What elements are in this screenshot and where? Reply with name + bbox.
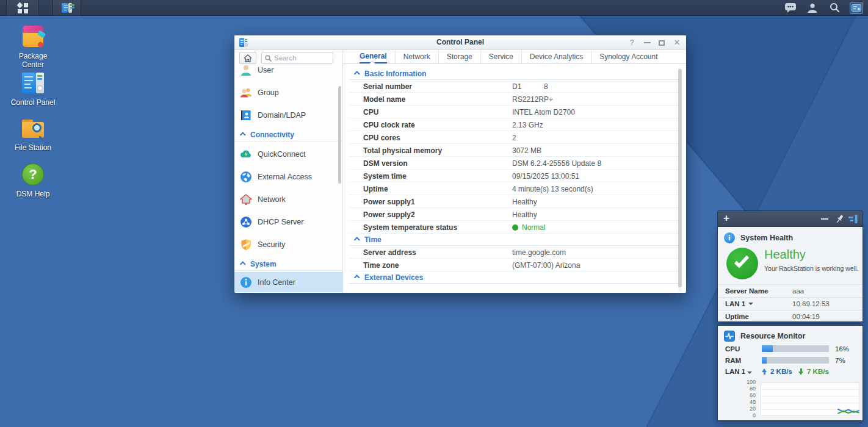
- content-scrollbar-thumb[interactable]: [678, 69, 682, 287]
- y-tick-label: 0: [737, 412, 756, 418]
- sidebar-item-group[interactable]: Group: [234, 86, 343, 99]
- user-icon: [240, 64, 252, 76]
- table-row: Power supply2Healthy: [349, 208, 678, 221]
- widget-title: System Health: [740, 234, 793, 242]
- window-maximize-button[interactable]: [659, 40, 665, 46]
- tab-label: Network: [403, 51, 430, 63]
- row-label: CPU cores: [363, 134, 400, 142]
- desktop-icon-control-panel[interactable]: Control Panel: [7, 71, 59, 107]
- tab-label: Storage: [447, 51, 472, 63]
- notifications-button[interactable]: [784, 2, 797, 14]
- desktop-icon-file-station[interactable]: File Station: [7, 116, 59, 152]
- control-panel-icon: [21, 71, 45, 95]
- sidebar-item-network[interactable]: Network: [234, 193, 343, 206]
- resource-monitor-icon: [724, 331, 735, 342]
- sidebar-item-security[interactable]: Security: [234, 238, 343, 251]
- row-label: CPU: [363, 108, 378, 117]
- table-row: System time09/15/2025 13:00:51: [349, 170, 678, 182]
- y-tick-label: 80: [737, 386, 756, 392]
- sidebar-item-label: DHCP Server: [258, 218, 303, 226]
- cpu-percent: 16%: [835, 345, 849, 353]
- table-row: DSM versionDSM 6.2.4-25556 Update 8: [349, 157, 678, 170]
- row-value: 10.69.12.53: [792, 300, 830, 307]
- tab-label: Device Analytics: [530, 51, 583, 63]
- control-panel-content: General Network Storage Service Device A…: [343, 50, 686, 293]
- sidebar-item-label: User: [258, 66, 273, 74]
- add-widget-button[interactable]: +: [723, 212, 729, 224]
- section-title: Time: [364, 235, 382, 244]
- sidebar-item-domain-ldap[interactable]: Domain/LDAP: [234, 109, 343, 122]
- widget-panel-header: +: [717, 210, 863, 226]
- dock-widgets-icon[interactable]: [848, 215, 858, 223]
- sidebar-item-info-center[interactable]: Info Center: [234, 272, 343, 292]
- widgets-toggle-button[interactable]: [850, 2, 863, 14]
- tab-general[interactable]: General: [352, 50, 395, 63]
- system-health-title-row: i System Health: [724, 232, 793, 243]
- group-icon: [240, 87, 252, 99]
- info-icon: i: [724, 232, 735, 243]
- search-button[interactable]: [828, 2, 841, 14]
- tab-service[interactable]: Service: [480, 50, 521, 63]
- y-tick-label: 20: [737, 406, 756, 412]
- resource-monitor-title-row: Resource Monitor: [724, 331, 805, 342]
- table-row: Power supply1Healthy: [349, 195, 678, 208]
- search-input[interactable]: [274, 54, 327, 62]
- sidebar-item-dhcp-server[interactable]: DHCP Server: [234, 215, 343, 229]
- window-titlebar[interactable]: Control Panel ? ✕: [234, 35, 686, 50]
- table-row: CPU cores2: [349, 131, 678, 144]
- sidebar-section-system[interactable]: System: [234, 257, 343, 271]
- chat-bubble-icon: [784, 2, 797, 13]
- row-value: INTEL Atom D2700: [512, 108, 575, 117]
- sidebar-item-user[interactable]: User: [234, 63, 343, 77]
- widget-row-lan: LAN 1 10.69.12.53: [718, 297, 863, 310]
- sidebar-item-quickconnect[interactable]: QuickConnect: [234, 148, 343, 161]
- desktop-icon-dsm-help[interactable]: ? DSM Help: [7, 162, 59, 198]
- widget-row-server-name: Server Name aaa: [718, 284, 863, 297]
- widgets-icon: [852, 4, 861, 12]
- download-arrow-icon: [798, 368, 804, 375]
- sidebar-item-label: External Access: [258, 173, 312, 181]
- taskbar: [0, 0, 868, 16]
- collapse-chevron-icon: [240, 261, 246, 267]
- sidebar-item-label: Security: [258, 240, 285, 249]
- security-shield-icon: [240, 239, 252, 251]
- row-label: Power supply1: [363, 198, 415, 206]
- tab-storage[interactable]: Storage: [438, 50, 480, 63]
- row-value: D1 8: [512, 82, 548, 91]
- row-value: DSM 6.2.4-25556 Update 8: [512, 159, 601, 168]
- table-row: Time zone(GMT-07:00) Arizona: [349, 259, 678, 271]
- sidebar-search[interactable]: [261, 52, 333, 64]
- table-row: CPUINTEL Atom D2700: [349, 106, 678, 118]
- home-button[interactable]: [239, 52, 256, 64]
- upload-rate: 2 KB/s: [770, 368, 792, 375]
- desktop-icon-package-center[interactable]: Package Center: [7, 24, 59, 69]
- taskbar-control-panel-button[interactable]: [52, 0, 81, 16]
- widget-row-uptime: Uptime 00:04:19: [718, 310, 863, 323]
- search-icon: [265, 55, 272, 62]
- tab-network[interactable]: Network: [395, 50, 438, 63]
- table-row: CPU clock rate2.13 GHz: [349, 118, 678, 131]
- user-icon: [807, 2, 818, 13]
- tab-synology-account[interactable]: Synology Account: [591, 50, 665, 63]
- pin-icon[interactable]: [835, 214, 844, 224]
- sidebar-item-external-access[interactable]: External Access: [234, 170, 343, 184]
- tab-device-analytics[interactable]: Device Analytics: [521, 50, 591, 63]
- status-dot-icon: [512, 224, 518, 231]
- main-menu-button[interactable]: [6, 0, 39, 16]
- section-time[interactable]: Time: [349, 234, 678, 246]
- window-help-button[interactable]: ?: [627, 38, 636, 47]
- desktop-icon-label: File Station: [7, 143, 59, 152]
- content-scrollbar-track[interactable]: [678, 68, 682, 292]
- desktop: Package Center Control Panel File Statio…: [0, 0, 868, 427]
- widget-minimize-button[interactable]: [821, 218, 828, 220]
- section-basic-information[interactable]: Basic Information: [349, 68, 678, 80]
- window-close-button[interactable]: ✕: [673, 38, 681, 47]
- lan-dropdown[interactable]: LAN 1: [725, 368, 752, 375]
- window-minimize-button[interactable]: [644, 42, 651, 43]
- sidebar-scrollbar-thumb[interactable]: [338, 86, 341, 184]
- section-external-devices[interactable]: External Devices: [349, 271, 678, 284]
- user-menu-button[interactable]: [806, 2, 819, 14]
- table-row: Total physical memory3072 MB: [349, 144, 678, 157]
- sidebar-section-connectivity[interactable]: Connectivity: [234, 128, 343, 142]
- lan-dropdown[interactable]: LAN 1: [725, 300, 753, 307]
